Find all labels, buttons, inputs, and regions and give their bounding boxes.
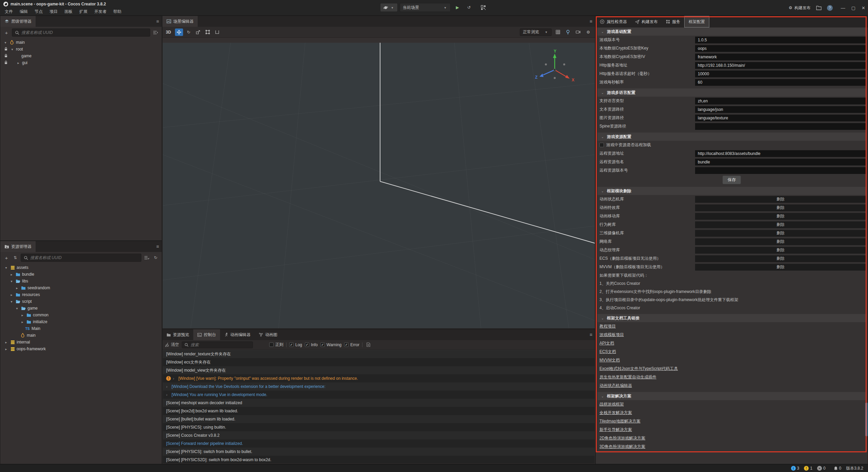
move-tool-icon[interactable]	[175, 28, 183, 36]
languages-input[interactable]	[695, 98, 866, 104]
log-row[interactable]: [Scene] Cocos Creator v3.8.2	[163, 431, 595, 439]
tab-service[interactable]: 服务	[662, 16, 684, 27]
link-guide[interactable]: 新手引导解决方案	[597, 426, 866, 434]
chevron-right-icon[interactable]: ▸	[15, 286, 19, 290]
asset-node-game[interactable]: ▾ game	[0, 305, 162, 312]
close-button[interactable]: ✕	[862, 5, 865, 11]
tab-scene-editor[interactable]: 场景编辑器	[162, 16, 198, 27]
tab-inspector[interactable]: 属性检查器	[596, 16, 631, 27]
tree-node-gui[interactable]: ▸ gui	[0, 59, 162, 66]
console-search-input[interactable]	[191, 342, 250, 347]
link-fullstack[interactable]: 全栈开发解决方案	[597, 409, 866, 417]
axis-gizmo[interactable]: Y X Z	[531, 49, 578, 90]
tab-hierarchy[interactable]: 层级管理器	[0, 16, 36, 27]
hierarchy-filter-icon[interactable]	[152, 29, 159, 36]
play-button[interactable]: ▶	[453, 3, 462, 12]
hierarchy-search[interactable]	[12, 28, 150, 37]
section-solutions[interactable]: ⌄ 框架解决方案	[597, 392, 866, 400]
remote-load-checkbox[interactable]: 游戏中资源是否远程加载	[597, 141, 866, 149]
log-row-link[interactable]: › [Window] Download the Vue Devtools ext…	[163, 382, 595, 391]
preview-qr-button[interactable]	[478, 3, 488, 12]
crypto-iv-input[interactable]	[695, 54, 866, 60]
asset-node-main-ts[interactable]: TS Main	[0, 325, 162, 332]
section-doc-links[interactable]: ⌄ 框架文档工具链接	[597, 314, 866, 322]
assets-search[interactable]	[21, 254, 141, 262]
add-node-button[interactable]: +	[3, 29, 10, 36]
expand-icon[interactable]: ›	[166, 382, 170, 391]
ui-transform-tool-icon[interactable]	[213, 28, 221, 36]
menu-developer[interactable]: 开发者	[91, 9, 110, 15]
scene-viewport[interactable]: Y X Z	[163, 43, 595, 328]
log-row-warning[interactable]: ! › [Window] [Vue warn]: Property "onInp…	[163, 374, 595, 382]
light-toggle-icon[interactable]	[564, 28, 572, 36]
folder-icon[interactable]	[815, 4, 822, 11]
chevron-right-icon[interactable]: ▸	[20, 313, 25, 317]
chevron-down-icon[interactable]: ▾	[4, 266, 8, 270]
delete-button[interactable]: 删除	[695, 255, 866, 262]
sort-assets-icon[interactable]: ⇅	[12, 254, 19, 261]
link-2d-rpg[interactable]: 2D角色扮演游戏解决方案	[597, 434, 866, 442]
link-tiledmap[interactable]: Tiledmap地图解决方案	[597, 417, 866, 426]
delete-button[interactable]: 删除	[695, 213, 866, 220]
log-row-link[interactable]: › [Window] You are running Vue in develo…	[163, 391, 595, 399]
chevron-right-icon[interactable]: ▸	[9, 293, 14, 297]
delete-button[interactable]: 删除	[695, 230, 866, 237]
regex-checkbox[interactable]: 正则	[269, 342, 283, 348]
link-mvvm-docs[interactable]: MVVM文档	[597, 356, 866, 365]
tab-assets[interactable]: 资源管理器	[0, 241, 36, 252]
chevron-down-icon[interactable]: ▾	[9, 279, 14, 283]
asset-node-main-scene[interactable]: main	[0, 332, 162, 339]
section-resource-config[interactable]: ⌄ 游戏资源配置	[597, 133, 866, 141]
menu-panel[interactable]: 面板	[61, 9, 76, 15]
log-file-icon[interactable]	[365, 341, 372, 348]
assets-menu-icon[interactable]: ≡	[156, 241, 159, 252]
chevron-right-icon[interactable]: ▸	[4, 340, 8, 344]
delete-button[interactable]: 删除	[695, 238, 866, 245]
section-i18n-config[interactable]: ⌄ 游戏多语言配置	[597, 88, 866, 97]
remote-bundle-input[interactable]	[695, 159, 866, 165]
log-row[interactable]: [Scene] [PHYSICS]: using builtin.	[163, 423, 595, 431]
info-count[interactable]: i 3	[791, 466, 800, 471]
assets-search-input[interactable]	[30, 255, 138, 260]
tab-animation-editor[interactable]: 动画编辑器	[220, 329, 255, 340]
filter-warning-checkbox[interactable]: ✓ Warning	[320, 342, 341, 347]
log-row-link[interactable]: [Scene] Forward render pipeline initiali…	[163, 439, 595, 448]
asset-node-initialize[interactable]: ▸ initialize	[0, 318, 162, 325]
tab-animation-graph[interactable]: 动画图	[255, 329, 281, 340]
log-row[interactable]: [Scene] [PHYSICS2D]: switch from box2d-w…	[163, 456, 595, 464]
remote-version-input[interactable]	[695, 167, 866, 174]
tab-console[interactable]: 控制台	[193, 329, 220, 340]
tree-node-game[interactable]: game	[0, 53, 162, 59]
log-row[interactable]: [Window] model_view文件夹存在	[163, 366, 595, 374]
chevron-down-icon[interactable]: ▾	[9, 300, 14, 303]
warning-count[interactable]: ! 1	[804, 466, 812, 471]
reload-button[interactable]: ↺	[464, 3, 474, 12]
platform-button[interactable]: ▾	[380, 3, 398, 12]
fps-input[interactable]	[695, 79, 866, 86]
grid-toggle-icon[interactable]	[554, 28, 562, 36]
spine-path-input[interactable]	[695, 123, 866, 130]
minimize-button[interactable]: ―	[841, 5, 845, 11]
scale-tool-icon[interactable]	[194, 28, 202, 36]
clear-console-button[interactable]: 清空	[165, 342, 179, 348]
asset-node-common[interactable]: ▸ common	[0, 312, 162, 318]
rotate-tool-icon[interactable]: ↻	[184, 28, 193, 36]
menu-help[interactable]: 帮助	[110, 9, 125, 15]
remote-url-input[interactable]	[695, 150, 866, 157]
log-row[interactable]: [Scene] [PHYSICS]: switch from builtin t…	[163, 448, 595, 456]
link-3d-rpg[interactable]: 3D角色扮演游戏解决方案	[597, 442, 866, 451]
scene-settings-gear-icon[interactable]: ⚙	[584, 28, 592, 36]
delete-button[interactable]: 删除	[695, 196, 866, 203]
tab-framework-config[interactable]: 框架配置	[684, 16, 709, 27]
log-row[interactable]: [Scene] [box2d]:box2d wasm lib loaded.	[163, 407, 595, 415]
menu-edit[interactable]: 编辑	[16, 9, 31, 15]
game-version-input[interactable]	[695, 37, 866, 43]
chevron-down-icon[interactable]: ▾	[15, 307, 19, 310]
menu-file[interactable]: 文件	[1, 9, 16, 15]
view-mode-select[interactable]: 正常浏览 ▾	[520, 28, 552, 36]
link-excel-tool[interactable]: Excel格式转Json文件与TypeScript代码工具	[597, 365, 866, 373]
asset-node-script[interactable]: ▾ script	[0, 298, 162, 305]
asset-node-assets[interactable]: ▾ assets	[0, 264, 162, 271]
chevron-right-icon[interactable]: ▸	[9, 273, 14, 276]
chevron-right-icon[interactable]: ▸	[16, 61, 21, 65]
